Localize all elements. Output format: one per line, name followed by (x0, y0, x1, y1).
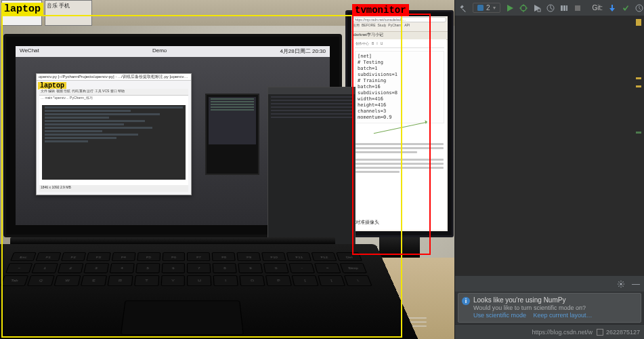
numpy-notification: i Looks like you're using NumPy Would yo… (458, 293, 641, 323)
detection-box-tvmonitor: tvmonitor (352, 14, 431, 255)
gear-icon[interactable] (617, 280, 625, 288)
box2-text: 音乐 手机 (47, 3, 70, 9)
notification-actions: Use scientific mode Keep current layout… (473, 312, 635, 319)
ide-toolbar: 2 ▾ Git: (455, 0, 644, 16)
detection-label-tvmonitor: tvmonitor (352, 4, 409, 16)
svg-rect-5 (563, 5, 565, 11)
build-icon[interactable] (459, 4, 467, 12)
svg-rect-2 (538, 9, 540, 12)
svg-rect-7 (575, 5, 580, 11)
status-url: https://blog.csdn.net/w (532, 329, 593, 336)
run-config-name: 2 (486, 4, 490, 12)
notification-subtitle: Would you like to turn scientific mode o… (473, 304, 635, 311)
tool-window-header: — (455, 275, 644, 292)
debug-icon[interactable] (519, 4, 528, 12)
keep-layout-link[interactable]: Keep current layout… (534, 312, 593, 319)
hide-icon[interactable]: — (632, 279, 640, 289)
profile-icon[interactable] (546, 4, 555, 12)
svg-rect-6 (566, 5, 567, 11)
gutter-mark[interactable] (636, 85, 641, 87)
use-scientific-mode-link[interactable]: Use scientific mode (473, 312, 526, 319)
stop-icon[interactable] (574, 4, 582, 12)
svg-point-1 (521, 5, 526, 11)
chevron-down-icon: ▾ (493, 5, 496, 11)
editor-area[interactable] (455, 16, 644, 275)
detection-box-laptop: laptop (1, 15, 402, 338)
status-number: 2622875127 (606, 329, 640, 336)
detection-image-view: 在线订 音乐 手机 https://mp.csdn.net/console/ed… (0, 0, 454, 339)
vcs-commit-icon[interactable] (622, 4, 630, 12)
notification-title: Looks like you're using NumPy (473, 296, 635, 304)
info-icon: i (462, 297, 470, 305)
svg-point-10 (620, 283, 622, 285)
run-coverage-icon[interactable] (533, 4, 541, 12)
gutter-mark[interactable] (636, 77, 641, 79)
vcs-update-icon[interactable] (608, 4, 616, 12)
concurrency-icon[interactable] (560, 4, 568, 12)
run-config-selector[interactable]: 2 ▾ (473, 3, 500, 13)
inspection-indicator[interactable] (636, 19, 641, 26)
ide-right-panel: 2 ▾ Git: (454, 0, 644, 339)
gutter-mark[interactable] (636, 132, 641, 134)
status-indicator-icon[interactable] (597, 329, 603, 336)
svg-rect-0 (477, 5, 484, 11)
ide-statusbar: https://blog.csdn.net/w 2622875127 (455, 324, 644, 339)
detection-label-laptop: laptop (1, 3, 43, 16)
run-icon[interactable] (506, 4, 514, 12)
git-label: Git: (593, 4, 603, 12)
vcs-history-icon[interactable] (635, 4, 643, 12)
python-icon (477, 5, 484, 11)
svg-rect-4 (561, 5, 563, 11)
